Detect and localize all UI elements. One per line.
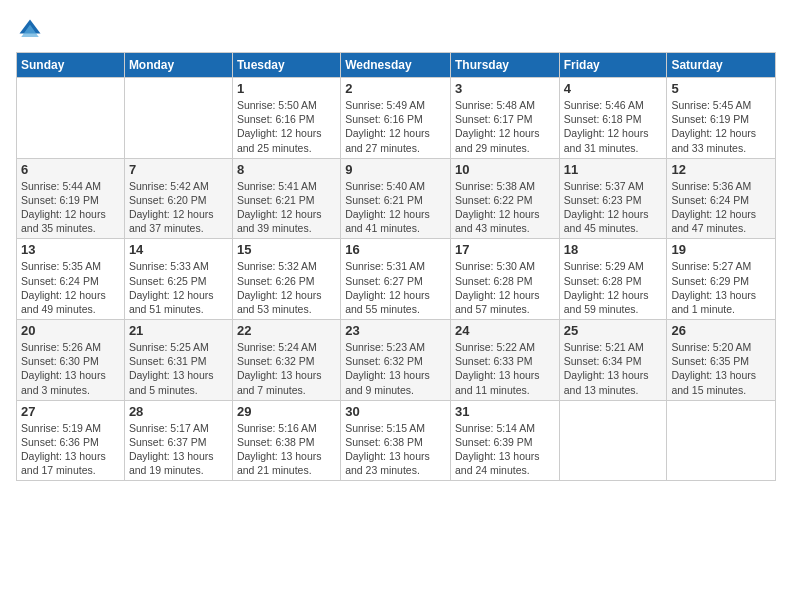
col-saturday: Saturday — [667, 53, 776, 78]
table-row: 28Sunrise: 5:17 AM Sunset: 6:37 PM Dayli… — [124, 400, 232, 481]
calendar-header-row: Sunday Monday Tuesday Wednesday Thursday… — [17, 53, 776, 78]
day-info: Sunrise: 5:49 AM Sunset: 6:16 PM Dayligh… — [345, 98, 446, 155]
table-row: 5Sunrise: 5:45 AM Sunset: 6:19 PM Daylig… — [667, 78, 776, 159]
table-row: 12Sunrise: 5:36 AM Sunset: 6:24 PM Dayli… — [667, 158, 776, 239]
table-row: 31Sunrise: 5:14 AM Sunset: 6:39 PM Dayli… — [450, 400, 559, 481]
table-row: 13Sunrise: 5:35 AM Sunset: 6:24 PM Dayli… — [17, 239, 125, 320]
day-info: Sunrise: 5:19 AM Sunset: 6:36 PM Dayligh… — [21, 421, 120, 478]
day-number: 12 — [671, 162, 771, 177]
table-row — [17, 78, 125, 159]
day-info: Sunrise: 5:45 AM Sunset: 6:19 PM Dayligh… — [671, 98, 771, 155]
table-row: 30Sunrise: 5:15 AM Sunset: 6:38 PM Dayli… — [341, 400, 451, 481]
table-row: 11Sunrise: 5:37 AM Sunset: 6:23 PM Dayli… — [559, 158, 667, 239]
col-monday: Monday — [124, 53, 232, 78]
day-info: Sunrise: 5:42 AM Sunset: 6:20 PM Dayligh… — [129, 179, 228, 236]
table-row: 29Sunrise: 5:16 AM Sunset: 6:38 PM Dayli… — [232, 400, 340, 481]
table-row: 17Sunrise: 5:30 AM Sunset: 6:28 PM Dayli… — [450, 239, 559, 320]
day-number: 11 — [564, 162, 663, 177]
table-row: 18Sunrise: 5:29 AM Sunset: 6:28 PM Dayli… — [559, 239, 667, 320]
day-info: Sunrise: 5:20 AM Sunset: 6:35 PM Dayligh… — [671, 340, 771, 397]
day-number: 25 — [564, 323, 663, 338]
logo-icon — [16, 16, 44, 44]
day-info: Sunrise: 5:15 AM Sunset: 6:38 PM Dayligh… — [345, 421, 446, 478]
table-row: 27Sunrise: 5:19 AM Sunset: 6:36 PM Dayli… — [17, 400, 125, 481]
day-number: 7 — [129, 162, 228, 177]
calendar-table: Sunday Monday Tuesday Wednesday Thursday… — [16, 52, 776, 481]
day-info: Sunrise: 5:21 AM Sunset: 6:34 PM Dayligh… — [564, 340, 663, 397]
table-row: 1Sunrise: 5:50 AM Sunset: 6:16 PM Daylig… — [232, 78, 340, 159]
day-number: 22 — [237, 323, 336, 338]
day-number: 18 — [564, 242, 663, 257]
day-info: Sunrise: 5:50 AM Sunset: 6:16 PM Dayligh… — [237, 98, 336, 155]
day-info: Sunrise: 5:38 AM Sunset: 6:22 PM Dayligh… — [455, 179, 555, 236]
day-info: Sunrise: 5:30 AM Sunset: 6:28 PM Dayligh… — [455, 259, 555, 316]
day-number: 5 — [671, 81, 771, 96]
calendar-week-row: 27Sunrise: 5:19 AM Sunset: 6:36 PM Dayli… — [17, 400, 776, 481]
table-row: 3Sunrise: 5:48 AM Sunset: 6:17 PM Daylig… — [450, 78, 559, 159]
table-row: 9Sunrise: 5:40 AM Sunset: 6:21 PM Daylig… — [341, 158, 451, 239]
day-info: Sunrise: 5:33 AM Sunset: 6:25 PM Dayligh… — [129, 259, 228, 316]
table-row: 8Sunrise: 5:41 AM Sunset: 6:21 PM Daylig… — [232, 158, 340, 239]
day-number: 8 — [237, 162, 336, 177]
day-info: Sunrise: 5:32 AM Sunset: 6:26 PM Dayligh… — [237, 259, 336, 316]
day-number: 20 — [21, 323, 120, 338]
day-number: 2 — [345, 81, 446, 96]
calendar-week-row: 6Sunrise: 5:44 AM Sunset: 6:19 PM Daylig… — [17, 158, 776, 239]
day-number: 30 — [345, 404, 446, 419]
day-info: Sunrise: 5:35 AM Sunset: 6:24 PM Dayligh… — [21, 259, 120, 316]
day-number: 31 — [455, 404, 555, 419]
day-number: 16 — [345, 242, 446, 257]
day-number: 14 — [129, 242, 228, 257]
day-info: Sunrise: 5:36 AM Sunset: 6:24 PM Dayligh… — [671, 179, 771, 236]
table-row: 2Sunrise: 5:49 AM Sunset: 6:16 PM Daylig… — [341, 78, 451, 159]
day-info: Sunrise: 5:26 AM Sunset: 6:30 PM Dayligh… — [21, 340, 120, 397]
day-info: Sunrise: 5:17 AM Sunset: 6:37 PM Dayligh… — [129, 421, 228, 478]
table-row: 7Sunrise: 5:42 AM Sunset: 6:20 PM Daylig… — [124, 158, 232, 239]
table-row: 20Sunrise: 5:26 AM Sunset: 6:30 PM Dayli… — [17, 320, 125, 401]
header — [16, 16, 776, 44]
table-row — [667, 400, 776, 481]
day-info: Sunrise: 5:22 AM Sunset: 6:33 PM Dayligh… — [455, 340, 555, 397]
table-row: 21Sunrise: 5:25 AM Sunset: 6:31 PM Dayli… — [124, 320, 232, 401]
day-number: 24 — [455, 323, 555, 338]
day-info: Sunrise: 5:27 AM Sunset: 6:29 PM Dayligh… — [671, 259, 771, 316]
table-row: 4Sunrise: 5:46 AM Sunset: 6:18 PM Daylig… — [559, 78, 667, 159]
day-info: Sunrise: 5:46 AM Sunset: 6:18 PM Dayligh… — [564, 98, 663, 155]
day-number: 29 — [237, 404, 336, 419]
day-number: 1 — [237, 81, 336, 96]
day-number: 26 — [671, 323, 771, 338]
table-row: 23Sunrise: 5:23 AM Sunset: 6:32 PM Dayli… — [341, 320, 451, 401]
day-number: 4 — [564, 81, 663, 96]
day-number: 28 — [129, 404, 228, 419]
table-row: 24Sunrise: 5:22 AM Sunset: 6:33 PM Dayli… — [450, 320, 559, 401]
day-number: 13 — [21, 242, 120, 257]
col-friday: Friday — [559, 53, 667, 78]
day-info: Sunrise: 5:41 AM Sunset: 6:21 PM Dayligh… — [237, 179, 336, 236]
day-info: Sunrise: 5:23 AM Sunset: 6:32 PM Dayligh… — [345, 340, 446, 397]
day-number: 15 — [237, 242, 336, 257]
calendar-week-row: 1Sunrise: 5:50 AM Sunset: 6:16 PM Daylig… — [17, 78, 776, 159]
table-row: 6Sunrise: 5:44 AM Sunset: 6:19 PM Daylig… — [17, 158, 125, 239]
table-row — [559, 400, 667, 481]
logo — [16, 16, 46, 44]
table-row: 22Sunrise: 5:24 AM Sunset: 6:32 PM Dayli… — [232, 320, 340, 401]
table-row: 14Sunrise: 5:33 AM Sunset: 6:25 PM Dayli… — [124, 239, 232, 320]
col-tuesday: Tuesday — [232, 53, 340, 78]
day-info: Sunrise: 5:44 AM Sunset: 6:19 PM Dayligh… — [21, 179, 120, 236]
day-info: Sunrise: 5:25 AM Sunset: 6:31 PM Dayligh… — [129, 340, 228, 397]
table-row: 10Sunrise: 5:38 AM Sunset: 6:22 PM Dayli… — [450, 158, 559, 239]
table-row: 16Sunrise: 5:31 AM Sunset: 6:27 PM Dayli… — [341, 239, 451, 320]
table-row: 15Sunrise: 5:32 AM Sunset: 6:26 PM Dayli… — [232, 239, 340, 320]
day-number: 6 — [21, 162, 120, 177]
day-number: 10 — [455, 162, 555, 177]
day-number: 3 — [455, 81, 555, 96]
day-info: Sunrise: 5:24 AM Sunset: 6:32 PM Dayligh… — [237, 340, 336, 397]
day-info: Sunrise: 5:29 AM Sunset: 6:28 PM Dayligh… — [564, 259, 663, 316]
day-info: Sunrise: 5:31 AM Sunset: 6:27 PM Dayligh… — [345, 259, 446, 316]
table-row: 19Sunrise: 5:27 AM Sunset: 6:29 PM Dayli… — [667, 239, 776, 320]
day-info: Sunrise: 5:40 AM Sunset: 6:21 PM Dayligh… — [345, 179, 446, 236]
col-wednesday: Wednesday — [341, 53, 451, 78]
day-number: 23 — [345, 323, 446, 338]
table-row: 26Sunrise: 5:20 AM Sunset: 6:35 PM Dayli… — [667, 320, 776, 401]
day-number: 27 — [21, 404, 120, 419]
